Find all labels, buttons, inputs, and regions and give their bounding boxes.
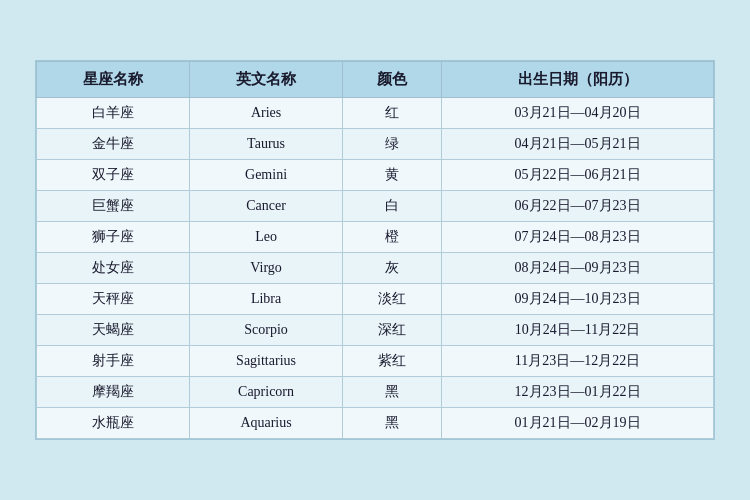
cell-color: 黑: [343, 377, 442, 408]
table-row: 处女座Virgo灰08月24日—09月23日: [37, 253, 714, 284]
cell-date: 07月24日—08月23日: [442, 222, 714, 253]
cell-color: 黄: [343, 160, 442, 191]
cell-chinese-name: 狮子座: [37, 222, 190, 253]
table-body: 白羊座Aries红03月21日—04月20日金牛座Taurus绿04月21日—0…: [37, 98, 714, 439]
cell-date: 09月24日—10月23日: [442, 284, 714, 315]
cell-color: 红: [343, 98, 442, 129]
table-header-row: 星座名称 英文名称 颜色 出生日期（阳历）: [37, 62, 714, 98]
cell-english-name: Aquarius: [190, 408, 343, 439]
table-row: 摩羯座Capricorn黑12月23日—01月22日: [37, 377, 714, 408]
cell-english-name: Scorpio: [190, 315, 343, 346]
cell-chinese-name: 摩羯座: [37, 377, 190, 408]
header-color: 颜色: [343, 62, 442, 98]
cell-date: 06月22日—07月23日: [442, 191, 714, 222]
cell-chinese-name: 白羊座: [37, 98, 190, 129]
cell-date: 03月21日—04月20日: [442, 98, 714, 129]
table-row: 狮子座Leo橙07月24日—08月23日: [37, 222, 714, 253]
table-row: 双子座Gemini黄05月22日—06月21日: [37, 160, 714, 191]
cell-english-name: Gemini: [190, 160, 343, 191]
cell-color: 白: [343, 191, 442, 222]
table-row: 天秤座Libra淡红09月24日—10月23日: [37, 284, 714, 315]
cell-english-name: Aries: [190, 98, 343, 129]
cell-color: 绿: [343, 129, 442, 160]
cell-color: 深红: [343, 315, 442, 346]
cell-english-name: Capricorn: [190, 377, 343, 408]
table-row: 巨蟹座Cancer白06月22日—07月23日: [37, 191, 714, 222]
cell-date: 11月23日—12月22日: [442, 346, 714, 377]
cell-color: 淡红: [343, 284, 442, 315]
cell-color: 橙: [343, 222, 442, 253]
cell-chinese-name: 金牛座: [37, 129, 190, 160]
cell-chinese-name: 天秤座: [37, 284, 190, 315]
cell-chinese-name: 射手座: [37, 346, 190, 377]
cell-english-name: Libra: [190, 284, 343, 315]
cell-chinese-name: 处女座: [37, 253, 190, 284]
table-row: 天蝎座Scorpio深红10月24日—11月22日: [37, 315, 714, 346]
cell-date: 10月24日—11月22日: [442, 315, 714, 346]
header-date: 出生日期（阳历）: [442, 62, 714, 98]
zodiac-table-container: 星座名称 英文名称 颜色 出生日期（阳历） 白羊座Aries红03月21日—04…: [35, 60, 715, 440]
cell-color: 黑: [343, 408, 442, 439]
cell-chinese-name: 双子座: [37, 160, 190, 191]
cell-date: 04月21日—05月21日: [442, 129, 714, 160]
table-row: 射手座Sagittarius紫红11月23日—12月22日: [37, 346, 714, 377]
cell-color: 紫红: [343, 346, 442, 377]
cell-english-name: Taurus: [190, 129, 343, 160]
cell-english-name: Leo: [190, 222, 343, 253]
cell-date: 05月22日—06月21日: [442, 160, 714, 191]
cell-english-name: Virgo: [190, 253, 343, 284]
cell-chinese-name: 水瓶座: [37, 408, 190, 439]
table-row: 白羊座Aries红03月21日—04月20日: [37, 98, 714, 129]
table-row: 水瓶座Aquarius黑01月21日—02月19日: [37, 408, 714, 439]
cell-english-name: Cancer: [190, 191, 343, 222]
cell-english-name: Sagittarius: [190, 346, 343, 377]
table-row: 金牛座Taurus绿04月21日—05月21日: [37, 129, 714, 160]
cell-date: 08月24日—09月23日: [442, 253, 714, 284]
header-chinese-name: 星座名称: [37, 62, 190, 98]
zodiac-table: 星座名称 英文名称 颜色 出生日期（阳历） 白羊座Aries红03月21日—04…: [36, 61, 714, 439]
cell-date: 12月23日—01月22日: [442, 377, 714, 408]
cell-color: 灰: [343, 253, 442, 284]
cell-date: 01月21日—02月19日: [442, 408, 714, 439]
header-english-name: 英文名称: [190, 62, 343, 98]
cell-chinese-name: 巨蟹座: [37, 191, 190, 222]
cell-chinese-name: 天蝎座: [37, 315, 190, 346]
